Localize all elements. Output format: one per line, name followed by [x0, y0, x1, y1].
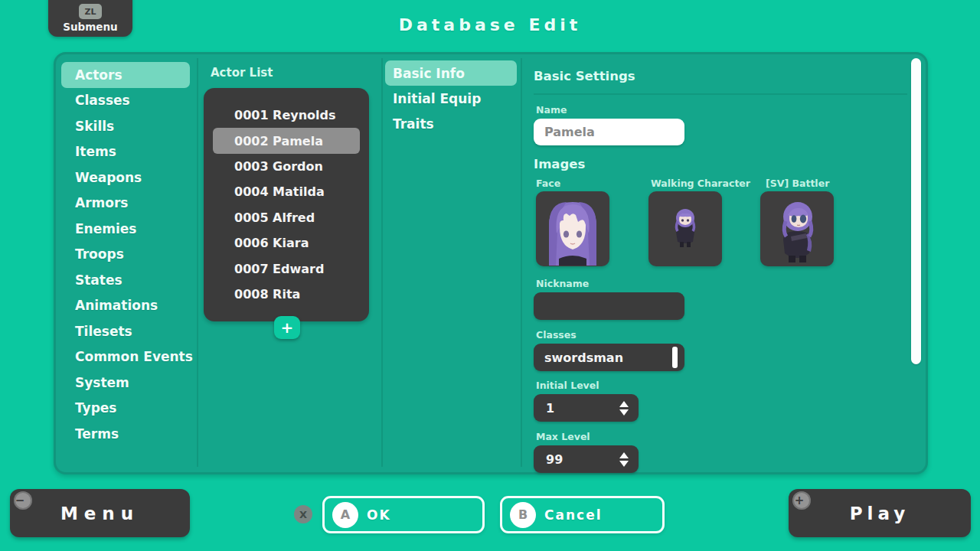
- plus-key-icon: +: [792, 491, 811, 510]
- add-actor-button[interactable]: +: [274, 316, 300, 339]
- initial-level-stepper[interactable]: 1: [534, 394, 639, 422]
- divider: [381, 58, 383, 467]
- tab-item[interactable]: Initial Equip: [385, 86, 517, 111]
- sidebar-item[interactable]: Types: [61, 396, 190, 422]
- a-key-icon: A: [332, 502, 358, 528]
- actor-list-item-label: 0004 Matilda: [234, 184, 325, 199]
- sidebar-item[interactable]: Terms: [61, 421, 190, 447]
- sv-battler-label: [SV] Battler: [766, 178, 829, 189]
- classes-select[interactable]: swordsman: [534, 344, 684, 371]
- panel-scrollbar[interactable]: [911, 58, 921, 364]
- sidebar-item-label: Animations: [75, 298, 158, 313]
- x-key-icon[interactable]: X: [294, 505, 312, 523]
- sv-battler-thumbnail[interactable]: [760, 191, 834, 266]
- sidebar-item[interactable]: Animations: [61, 293, 190, 319]
- cancel-button[interactable]: B Cancel: [500, 496, 665, 533]
- actor-list-item[interactable]: 0006 Kiara: [213, 230, 360, 256]
- sidebar-item-label: States: [75, 272, 122, 288]
- name-input[interactable]: [534, 119, 684, 145]
- actor-list-item[interactable]: 0003 Gordon: [213, 154, 360, 179]
- sidebar-item[interactable]: Weapons: [61, 165, 190, 191]
- actor-list-item-label: 0007 Edward: [234, 262, 324, 276]
- face-thumbnail[interactable]: [536, 191, 609, 266]
- actor-list-item-label: 0003 Gordon: [234, 159, 323, 174]
- sidebar-item[interactable]: Tilesets: [61, 318, 190, 344]
- category-sidebar: Actors Classes Skills Items Weapons: [61, 62, 190, 447]
- sidebar-item-label: Enemies: [75, 221, 136, 236]
- divider: [534, 93, 907, 95]
- sidebar-item[interactable]: States: [61, 267, 190, 293]
- menu-button[interactable]: − Menu: [10, 489, 190, 537]
- sidebar-item-label: Troops: [75, 246, 124, 262]
- walking-character-thumbnail[interactable]: [648, 191, 722, 266]
- nickname-label: Nickname: [536, 278, 589, 289]
- tab-item-label: Basic Info: [393, 66, 465, 81]
- up-arrow-icon[interactable]: [619, 401, 629, 407]
- cancel-button-label: Cancel: [544, 507, 602, 523]
- tab-item[interactable]: Traits: [385, 112, 517, 137]
- sidebar-item[interactable]: System: [61, 370, 190, 396]
- sidebar-item[interactable]: Armors: [61, 191, 190, 217]
- sidebar-item-label: Terms: [75, 426, 119, 442]
- actor-list-item-label: 0006 Kiara: [234, 236, 309, 250]
- actor-list-item[interactable]: 0001 Reynolds: [213, 103, 360, 128]
- tab-item-label: Initial Equip: [393, 91, 481, 106]
- basic-settings-title: Basic Settings: [534, 69, 635, 83]
- tab-item[interactable]: Basic Info: [385, 60, 517, 86]
- main-panel: Actors Classes Skills Items Weapons: [54, 52, 928, 474]
- basic-settings-section: Basic Settings Name Images Face: [534, 52, 916, 474]
- down-arrow-icon[interactable]: [619, 409, 629, 416]
- database-edit-screen: ZL Submenu Database Edit Actors Classes …: [0, 0, 980, 551]
- sidebar-item-label: Skills: [75, 119, 114, 134]
- face-label: Face: [536, 178, 560, 189]
- actor-list-item[interactable]: 0005 Alfred: [213, 205, 360, 230]
- actor-list-column: Actor List 0001 Reynolds 0002 Pamela 000…: [198, 52, 381, 474]
- sidebar-item-label: Weapons: [75, 170, 142, 185]
- max-level-stepper[interactable]: 99: [534, 445, 639, 473]
- sidebar-item[interactable]: Actors: [61, 62, 190, 88]
- sidebar-item-label: Actors: [75, 67, 122, 83]
- down-arrow-icon[interactable]: [619, 461, 629, 467]
- actor-list-title: Actor List: [211, 66, 273, 80]
- classes-value: swordsman: [544, 350, 623, 365]
- walking-character-sprite-image: [648, 191, 722, 266]
- up-arrow-icon[interactable]: [619, 452, 629, 458]
- actor-list-item-label: 0001 Reynolds: [234, 108, 336, 122]
- sidebar-item-label: Types: [75, 400, 116, 416]
- sidebar-item[interactable]: Items: [61, 139, 190, 165]
- images-title: Images: [534, 157, 585, 171]
- max-level-value: 99: [546, 452, 563, 467]
- page-title: Database Edit: [0, 15, 980, 34]
- actor-list-item[interactable]: 0008 Rita: [213, 282, 360, 307]
- sidebar-item-label: Tilesets: [75, 324, 132, 339]
- actor-list-item[interactable]: 0002 Pamela: [213, 128, 360, 153]
- ok-button[interactable]: A OK: [322, 496, 485, 533]
- actor-list-item[interactable]: 0007 Edward: [213, 256, 360, 281]
- divider: [521, 58, 522, 467]
- tab-item-label: Traits: [393, 116, 434, 132]
- sv-battler-sprite-image: [760, 191, 834, 266]
- actor-list-item[interactable]: 0004 Matilda: [213, 179, 360, 204]
- sidebar-item-label: System: [75, 375, 129, 390]
- actor-list-item-label: 0008 Rita: [234, 287, 300, 302]
- sidebar-item[interactable]: Enemies: [61, 216, 190, 242]
- play-button[interactable]: + Play: [789, 489, 971, 537]
- max-level-arrows: [619, 445, 629, 473]
- play-button-label: Play: [850, 504, 910, 523]
- name-label: Name: [536, 104, 567, 116]
- actor-list-panel: 0001 Reynolds 0002 Pamela 0003 Gordon 00…: [204, 88, 369, 321]
- sidebar-item-label: Items: [75, 144, 116, 159]
- classes-scroll-indicator: [672, 347, 678, 368]
- actor-list-item-label: 0005 Alfred: [234, 210, 315, 225]
- sidebar-item[interactable]: Skills: [61, 113, 190, 139]
- sidebar-item[interactable]: Common Events: [61, 344, 190, 370]
- max-level-label: Max Level: [536, 431, 590, 442]
- sidebar-item-label: Armors: [75, 195, 128, 210]
- detail-tabs: Basic Info Initial Equip Traits: [385, 60, 517, 137]
- nickname-input[interactable]: [534, 292, 684, 320]
- actor-list-item-label: 0002 Pamela: [234, 134, 323, 148]
- sidebar-item[interactable]: Classes: [61, 88, 190, 114]
- sidebar-item[interactable]: Troops: [61, 242, 190, 268]
- menu-button-label: Menu: [60, 504, 139, 523]
- sidebar-item-label: Common Events: [75, 349, 193, 364]
